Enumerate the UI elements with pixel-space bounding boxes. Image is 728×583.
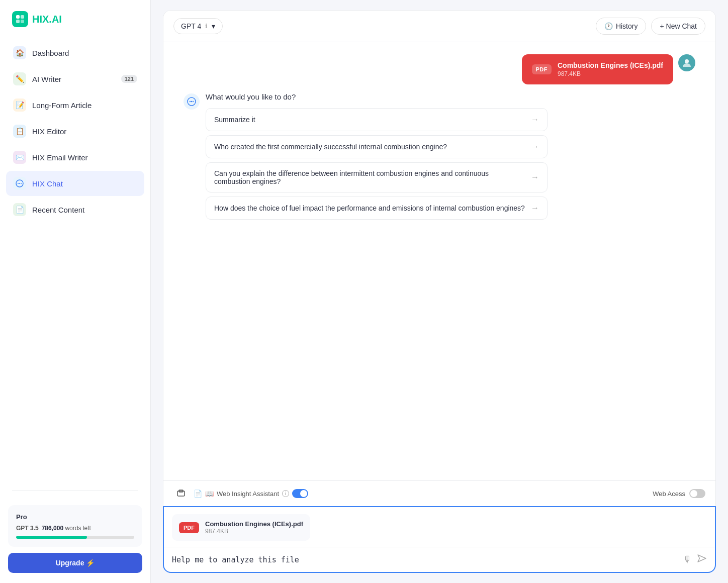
svg-point-5 [18,183,19,184]
ai-writer-badge: 121 [121,75,137,83]
microphone-icon[interactable]: 🎙 [683,554,692,565]
ai-avatar [184,93,200,110]
web-insight-toggle[interactable] [292,489,308,498]
sidebar-navigation: 🏠 Dashboard ✏️ AI Writer 121 📝 Long-Form… [0,36,150,484]
user-avatar [678,54,695,71]
ai-writer-icon: ✏️ [13,72,26,85]
web-insight-section: 📄 📖 Web Insight Assistant i [194,489,308,498]
input-actions: 🎙 [683,553,707,566]
chevron-down-icon: ▾ [212,22,215,30]
input-pdf-preview: PDF Combustion Engines (ICEs).pdf 987.4K… [164,507,715,547]
main-content: GPT 4 ℹ ▾ 🕐 History + New Chat PDF [151,0,728,583]
chat-container: GPT 4 ℹ ▾ 🕐 History + New Chat PDF [163,10,716,506]
ai-message: What would you like to do? Summarize it … [184,92,695,220]
ai-question: What would you like to do? [206,92,548,101]
web-insight-pdf-icon: 📄 [194,490,202,498]
user-message-pdf: PDF Combustion Engines (ICEs).pdf 987.4K… [184,54,695,84]
input-text-row: Help me to analyze this file 🎙 [164,547,715,572]
chat-header: GPT 4 ℹ ▾ 🕐 History + New Chat [163,11,715,42]
sidebar-item-label: Recent Content [32,206,137,214]
pdf-size: 987.4KB [558,70,663,77]
logo-text: HIX.AI [32,14,62,25]
svg-point-6 [19,183,20,184]
sidebar-item-label: Long-Form Article [32,101,137,110]
sidebar: HIX.AI 🏠 Dashboard ✏️ AI Writer 121 📝 Lo… [0,0,151,583]
hix-email-icon: ✉️ [13,151,26,164]
new-chat-button[interactable]: + New Chat [651,18,705,35]
sidebar-item-recent[interactable]: 📄 Recent Content [6,197,144,222]
send-icon[interactable] [697,553,707,566]
model-name: GPT 4 [181,22,201,30]
web-access-toggle[interactable] [689,489,705,498]
input-pdf-info: Combustion Engines (ICEs).pdf 987.4KB [205,520,303,535]
suggestion-list: Summarize it → Who created the first com… [206,108,548,220]
recent-icon: 📄 [13,203,26,216]
pdf-info: Combustion Engines (ICEs).pdf 987.4KB [558,61,663,77]
message-input[interactable]: Help me to analyze this file [172,555,683,564]
header-actions: 🕐 History + New Chat [596,18,705,35]
attachment-icon[interactable] [173,486,189,501]
sidebar-item-dashboard[interactable]: 🏠 Dashboard [6,40,144,65]
sidebar-item-label: AI Writer [32,75,115,83]
pro-box: Pro GPT 3.5 786,000 words left [8,505,142,547]
svg-rect-1 [21,15,24,19]
ai-content: What would you like to do? Summarize it … [206,92,548,220]
svg-point-8 [685,59,689,63]
suggestion-text: Can you explain the difference between i… [214,169,526,185]
history-button[interactable]: 🕐 History [596,18,647,35]
suggestion-text: How does the choice of fuel impact the p… [214,204,525,212]
svg-point-10 [190,101,191,102]
info-icon: ℹ [205,23,208,30]
svg-rect-2 [16,20,20,23]
input-area: PDF Combustion Engines (ICEs).pdf 987.4K… [163,506,716,573]
hix-chat-icon [13,177,26,190]
sidebar-bottom: Pro GPT 3.5 786,000 words left Upgrade ⚡ [0,497,150,583]
svg-point-11 [191,101,192,102]
pro-label: Pro [16,513,134,521]
svg-rect-3 [21,20,24,23]
suggestion-item-1[interactable]: Summarize it → [206,108,548,131]
pdf-icon: PDF [532,64,552,74]
sidebar-item-hix-email[interactable]: ✉️ HIX Email Writer [6,145,144,170]
suggestion-item-4[interactable]: How does the choice of fuel impact the p… [206,197,548,220]
svg-rect-0 [16,15,20,19]
sidebar-item-label: HIX Chat [32,179,137,188]
suggestion-item-2[interactable]: Who created the first commercially succe… [206,135,548,158]
sidebar-item-long-form[interactable]: 📝 Long-Form Article [6,92,144,118]
model-selector[interactable]: GPT 4 ℹ ▾ [173,18,223,34]
chat-toolbar: 📄 📖 Web Insight Assistant i Web Acess [163,480,715,506]
web-access-label: Web Acess [653,490,685,498]
svg-point-12 [193,101,194,102]
sidebar-item-label: HIX Editor [32,127,137,136]
input-pdf-icon: PDF [179,522,199,533]
input-pdf-size: 987.4KB [205,528,303,535]
suggestion-text: Who created the first commercially succe… [214,143,447,151]
suggestion-text: Summarize it [214,116,255,124]
logo: HIX.AI [0,0,150,36]
web-insight-label: Web Insight Assistant [217,490,279,498]
chat-messages: PDF Combustion Engines (ICEs).pdf 987.4K… [163,42,715,480]
arrow-icon: → [531,142,539,151]
input-pdf-name: Combustion Engines (ICEs).pdf [205,520,303,528]
words-left: 786,000 words left [42,525,91,532]
dashboard-icon: 🏠 [13,46,26,59]
upgrade-button[interactable]: Upgrade ⚡ [8,553,142,573]
web-access-section: Web Acess [653,489,705,498]
suggestion-item-3[interactable]: Can you explain the difference between i… [206,162,548,192]
sidebar-item-label: Dashboard [32,49,137,57]
pdf-filename: Combustion Engines (ICEs).pdf [558,61,663,69]
arrow-icon: → [531,115,539,124]
words-progress-bar [16,536,134,539]
web-insight-info-icon[interactable]: i [282,490,289,497]
sidebar-item-label: HIX Email Writer [32,153,137,162]
logo-icon [12,11,28,27]
sidebar-item-hix-chat[interactable]: HIX Chat [6,171,144,196]
history-icon: 🕐 [604,22,613,30]
sidebar-item-ai-writer[interactable]: ✏️ AI Writer 121 [6,66,144,91]
web-insight-chat-icon: 📖 [205,490,214,498]
svg-point-7 [21,183,22,184]
sidebar-item-hix-editor[interactable]: 📋 HIX Editor [6,119,144,144]
progress-fill [16,536,87,539]
input-pdf-card: PDF Combustion Engines (ICEs).pdf 987.4K… [172,514,310,541]
gpt-version: GPT 3.5 [16,525,39,532]
